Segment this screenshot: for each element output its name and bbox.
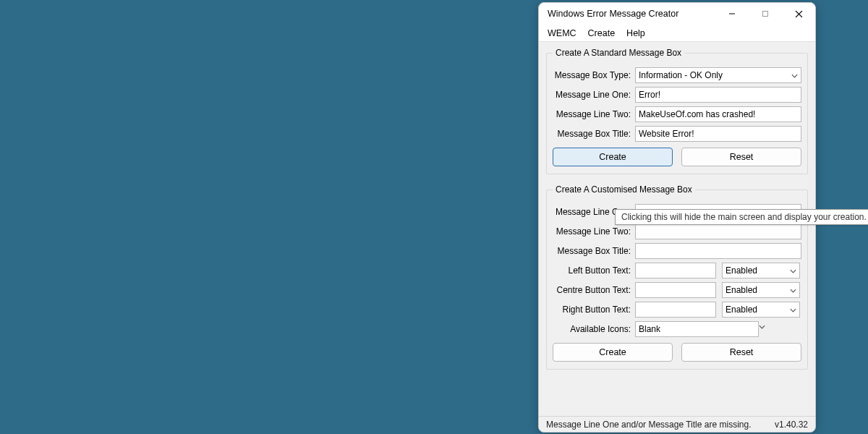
svg-rect-1 (763, 12, 768, 17)
cst-left-label: Left Button Text: (553, 265, 631, 276)
cst-title-label: Message Box Title: (553, 246, 631, 256)
cst-icons-select[interactable]: Blank (635, 321, 759, 337)
std-line1-label: Message Line One: (553, 90, 631, 100)
close-button[interactable] (782, 3, 815, 25)
cst-line2-label: Message Line Two: (553, 226, 631, 237)
cst-left-input[interactable] (635, 263, 716, 278)
chevron-down-icon (759, 321, 765, 337)
titlebar[interactable]: Windows Error Message Creator (539, 3, 815, 25)
menubar: WEMC Create Help (539, 25, 815, 42)
std-line1-input[interactable] (635, 87, 801, 103)
menu-wemc[interactable]: WEMC (548, 28, 576, 38)
cst-centre-state-select[interactable]: Enabled (722, 282, 800, 298)
maximize-icon (762, 10, 769, 17)
cst-right-label: Right Button Text: (553, 305, 631, 315)
content-area: Create A Standard Message Box Message Bo… (539, 42, 815, 416)
custom-legend: Create A Customised Message Box (553, 184, 695, 195)
status-message: Message Line One and/or Message Title ar… (546, 420, 751, 430)
window-title: Windows Error Message Creator (539, 9, 715, 19)
std-title-label: Message Box Title: (553, 129, 631, 139)
minimize-icon (728, 10, 736, 17)
cst-left-state-select[interactable]: Enabled (722, 263, 800, 278)
cst-create-button[interactable]: Create (553, 343, 673, 362)
cst-right-input[interactable] (635, 302, 716, 318)
standard-group: Create A Standard Message Box Message Bo… (546, 48, 808, 174)
menu-help[interactable]: Help (626, 28, 645, 38)
cst-centre-input[interactable] (635, 282, 716, 298)
standard-legend: Create A Standard Message Box (553, 48, 684, 58)
std-title-input[interactable] (635, 126, 801, 142)
statusbar: Message Line One and/or Message Title ar… (539, 416, 815, 432)
tooltip: Clicking this will hide the main screen … (615, 209, 868, 225)
desktop: Windows Error Message Creator WEMC Creat… (0, 0, 868, 434)
maximize-button[interactable] (749, 3, 782, 25)
std-type-select[interactable]: Information - OK Only (635, 67, 801, 83)
std-line2-label: Message Line Two: (553, 109, 631, 119)
menu-create[interactable]: Create (588, 28, 616, 38)
cst-reset-button[interactable]: Reset (681, 343, 801, 362)
std-type-label: Message Box Type: (553, 70, 631, 80)
std-create-button[interactable]: Create (553, 148, 673, 166)
cst-icons-label: Available Icons: (553, 324, 631, 334)
cst-centre-label: Centre Button Text: (553, 285, 631, 295)
std-line2-input[interactable] (635, 106, 801, 122)
status-version: v1.40.32 (775, 420, 808, 430)
minimize-button[interactable] (715, 3, 749, 25)
close-icon (795, 10, 803, 18)
cst-line2-input[interactable] (635, 224, 801, 239)
cst-right-state-select[interactable]: Enabled (722, 302, 800, 318)
std-reset-button[interactable]: Reset (681, 148, 801, 166)
cst-title-input[interactable] (635, 243, 801, 259)
